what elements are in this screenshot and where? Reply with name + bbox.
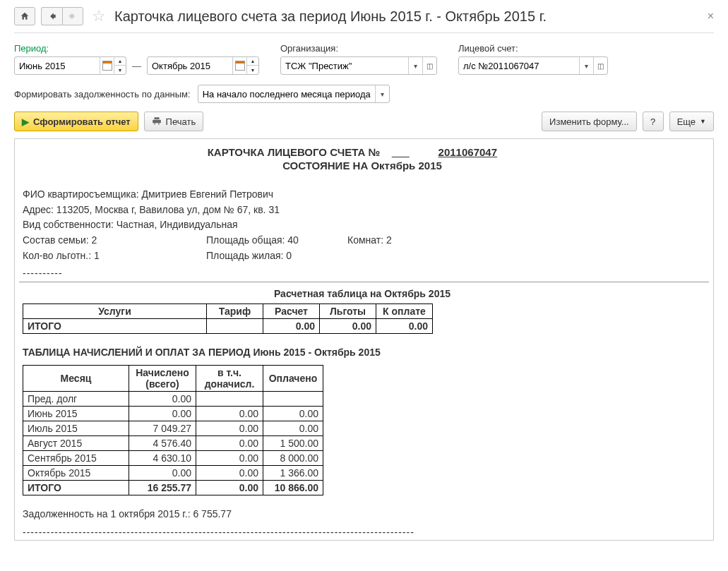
toolbar: ▶ Сформировать отчет Печать Изменить фор… bbox=[14, 112, 714, 137]
org-field[interactable]: ▾ ◫ bbox=[280, 56, 437, 75]
report-content: КАРТОЧКА ЛИЦЕВОГО СЧЕТА № 2011067047 СОС… bbox=[18, 146, 706, 541]
debt-basis-row: Формировать задолженность по данным: ▾ bbox=[14, 85, 714, 103]
debt-basis-field[interactable]: ▾ bbox=[198, 85, 390, 103]
account-filter: Лицевой счет: ▾ ◫ bbox=[458, 43, 608, 75]
forward-button[interactable] bbox=[62, 7, 83, 25]
report-title: КАРТОЧКА ЛИЦЕВОГО СЧЕТА № 2011067047 bbox=[23, 146, 702, 158]
dashes-long: ----------------------------------------… bbox=[23, 527, 702, 538]
dropdown-button[interactable]: ▾ bbox=[375, 85, 389, 102]
period-filter: Период: ▲▼ — ▲▼ bbox=[14, 43, 259, 75]
calendar-icon bbox=[235, 61, 245, 71]
home-button[interactable] bbox=[14, 7, 35, 25]
open-button[interactable]: ◫ bbox=[422, 57, 436, 74]
report-area[interactable]: КАРТОЧКА ЛИЦЕВОГО СЧЕТА № 2011067047 СОС… bbox=[14, 138, 714, 541]
period-from-field[interactable]: ▲▼ bbox=[14, 56, 126, 75]
period-from-input[interactable] bbox=[15, 57, 100, 74]
period-group: ▲▼ — ▲▼ bbox=[14, 56, 259, 75]
generate-label: Сформировать отчет bbox=[33, 116, 131, 127]
debt-basis-label: Формировать задолженность по данным: bbox=[14, 89, 191, 100]
toolbar-right: Изменить форму... ? Еще▼ bbox=[542, 112, 714, 131]
back-button[interactable] bbox=[41, 7, 62, 25]
filters-row: Период: ▲▼ — ▲▼ Организация: ▾ ◫ Лицевой… bbox=[14, 43, 714, 75]
period-to-field[interactable]: ▲▼ bbox=[147, 56, 259, 75]
open-button[interactable]: ◫ bbox=[593, 57, 607, 74]
chevron-down-icon: ▼ bbox=[700, 118, 706, 125]
org-input[interactable] bbox=[281, 57, 408, 74]
spin-down-icon[interactable]: ▼ bbox=[114, 66, 126, 75]
spin-down-icon[interactable]: ▼ bbox=[247, 66, 258, 75]
generate-report-button[interactable]: ▶ Сформировать отчет bbox=[14, 112, 138, 131]
spinner-from[interactable]: ▲▼ bbox=[114, 56, 126, 75]
print-label: Печать bbox=[166, 116, 196, 127]
table-row: Август 20154 576.400.001 500.00 bbox=[23, 436, 323, 451]
page-title: Карточка лицевого счета за период Июнь 2… bbox=[114, 8, 547, 25]
close-button[interactable]: × bbox=[708, 10, 714, 23]
change-form-button[interactable]: Изменить форму... bbox=[542, 112, 637, 131]
account-field[interactable]: ▾ ◫ bbox=[458, 56, 608, 75]
table-row: Июнь 20150.000.000.00 bbox=[23, 407, 323, 421]
charges-table: Месяц Начислено (всего) в т.ч. доначисл.… bbox=[23, 365, 323, 495]
period-dash: — bbox=[132, 61, 141, 71]
table-row: Сентябрь 20154 630.100.008 000.00 bbox=[23, 451, 323, 466]
spin-up-icon[interactable]: ▲ bbox=[247, 56, 258, 66]
table-row: Октябрь 20150.000.001 366.00 bbox=[23, 466, 323, 481]
report-state: СОСТОЯНИЕ НА Октябрь 2015 bbox=[23, 160, 702, 172]
calendar-button[interactable] bbox=[232, 57, 246, 74]
period-label: Период: bbox=[14, 43, 259, 54]
table-row: Июль 20157 049.270.000.00 bbox=[23, 421, 323, 436]
account-label: Лицевой счет: bbox=[458, 43, 608, 54]
spin-up-icon[interactable]: ▲ bbox=[114, 56, 126, 66]
calendar-button[interactable] bbox=[100, 57, 114, 74]
calc-table: Услуги Тариф Расчет Льготы К оплате ИТОГ… bbox=[23, 303, 433, 334]
calc-table-title: Расчетная таблица на Октябрь 2015 bbox=[23, 288, 702, 299]
more-button[interactable]: Еще▼ bbox=[669, 112, 714, 131]
divider bbox=[19, 282, 709, 282]
top-bar: ☆ Карточка лицевого счета за период Июнь… bbox=[14, 7, 714, 33]
arrow-left-icon bbox=[47, 11, 57, 21]
calendar-icon bbox=[102, 61, 112, 71]
table-row: Пред. долг0.00 bbox=[23, 392, 323, 407]
dashes: ---------- bbox=[23, 268, 702, 279]
report-info: ФИО квартиросъемщика: Дмитриев Евгений П… bbox=[23, 187, 702, 263]
report-account-no: 2011067047 bbox=[418, 146, 517, 158]
spinner-to[interactable]: ▲▼ bbox=[246, 56, 258, 75]
favorite-star-icon[interactable]: ☆ bbox=[92, 7, 106, 25]
dropdown-button[interactable]: ▾ bbox=[579, 57, 593, 74]
charges-title: ТАБЛИЦА НАЧИСЛЕНИЙ И ОПЛАТ ЗА ПЕРИОД Июн… bbox=[23, 347, 702, 358]
dropdown-button[interactable]: ▾ bbox=[408, 57, 422, 74]
period-to-input[interactable] bbox=[148, 57, 232, 74]
arrow-right-icon bbox=[68, 11, 78, 21]
org-filter: Организация: ▾ ◫ bbox=[280, 43, 437, 75]
account-input[interactable] bbox=[459, 57, 579, 74]
home-icon bbox=[20, 11, 30, 21]
debt-basis-input[interactable] bbox=[198, 85, 375, 102]
help-button[interactable]: ? bbox=[643, 112, 664, 131]
nav-group bbox=[41, 7, 83, 25]
org-label: Организация: bbox=[280, 43, 437, 54]
debt-line: Задолженность на 1 октября 2015 г.: 6 75… bbox=[23, 508, 702, 519]
print-button[interactable]: Печать bbox=[144, 112, 204, 131]
printer-icon bbox=[152, 116, 162, 126]
play-icon: ▶ bbox=[22, 116, 29, 127]
